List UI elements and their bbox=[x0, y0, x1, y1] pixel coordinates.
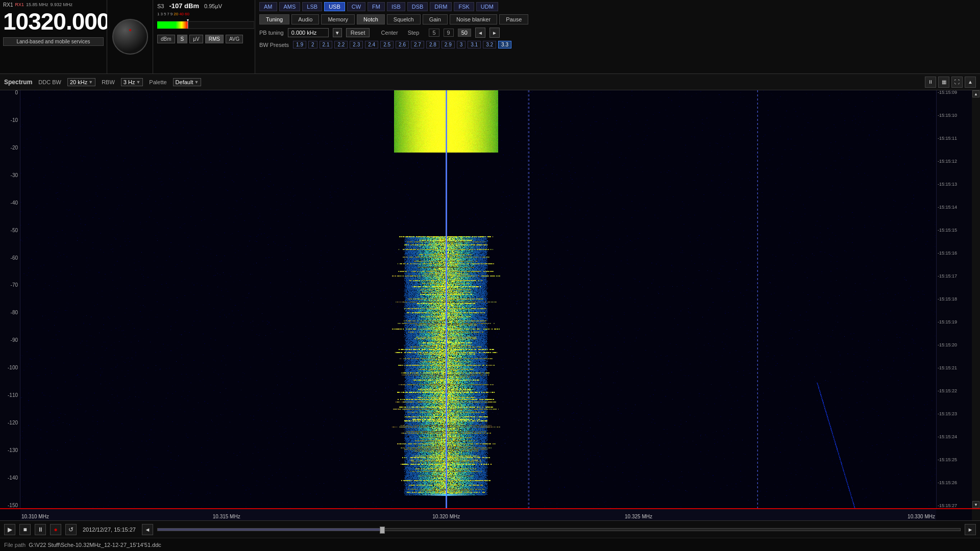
center-cursor-line bbox=[446, 90, 447, 508]
bw-3.1[interactable]: 3.1 bbox=[468, 41, 481, 48]
mode-usb[interactable]: USB bbox=[324, 2, 345, 11]
bw-2.2[interactable]: 2.2 bbox=[334, 41, 348, 48]
record-button[interactable]: ● bbox=[50, 524, 61, 535]
step-prev-arrow[interactable]: ◄ bbox=[475, 28, 485, 38]
bw-2.6[interactable]: 2.6 bbox=[396, 41, 409, 48]
freq-label-5: 10.330 MHz bbox=[908, 514, 935, 519]
playback-slider-thumb[interactable] bbox=[380, 527, 385, 534]
y-tick-70: -70 bbox=[0, 283, 20, 288]
mode-isb[interactable]: ISB bbox=[387, 2, 405, 11]
playback-end-button[interactable]: ► bbox=[965, 524, 976, 535]
stop-button[interactable]: ■ bbox=[19, 524, 31, 535]
y-tick-30: -30 bbox=[0, 173, 20, 178]
bw-1.9[interactable]: 1.9 bbox=[293, 41, 306, 48]
y-tick-20: -20 bbox=[0, 145, 20, 151]
mode-am[interactable]: AM bbox=[259, 2, 277, 11]
bw-3.2[interactable]: 3.2 bbox=[483, 41, 496, 48]
rms-button[interactable]: RMS bbox=[205, 35, 224, 43]
mode-fm[interactable]: FM bbox=[368, 2, 385, 11]
play-button[interactable]: ▶ bbox=[4, 524, 15, 535]
func-pause[interactable]: Pause bbox=[499, 14, 528, 24]
rbw-label: RBW bbox=[102, 79, 115, 85]
playback-slider[interactable] bbox=[157, 528, 961, 531]
step-next-arrow[interactable]: ► bbox=[489, 28, 500, 38]
mode-ams[interactable]: AMS bbox=[279, 2, 301, 11]
uv-button[interactable]: µV bbox=[189, 35, 203, 43]
step-5[interactable]: 5 bbox=[429, 29, 439, 37]
ts-14: -15:15:22 bbox=[938, 389, 971, 393]
y-tick-0: 0 bbox=[0, 90, 20, 95]
rx-freq-sub1: RX1 bbox=[15, 2, 24, 8]
y-tick-90: -90 bbox=[0, 338, 20, 343]
bw-2[interactable]: 2 bbox=[308, 41, 317, 48]
function-buttons: Tuning Audio Memory Notch Squelch Gain N… bbox=[259, 14, 976, 24]
pb-down-arrow[interactable]: ▼ bbox=[333, 28, 342, 37]
playback-slider-fill bbox=[158, 529, 382, 531]
meter-svg bbox=[157, 17, 254, 33]
ts-3: -15:15:11 bbox=[938, 136, 971, 141]
step-9[interactable]: 9 bbox=[444, 29, 454, 37]
s-button[interactable]: S bbox=[177, 35, 188, 43]
pause-button[interactable]: ⏸ bbox=[35, 524, 46, 535]
y-tick-50: -50 bbox=[0, 228, 20, 233]
v-scroll: ▲ ▼ bbox=[972, 90, 980, 508]
scroll-up-icon-btn[interactable]: ▲ bbox=[965, 77, 976, 88]
palette-dropdown[interactable]: Default ▼ bbox=[173, 78, 202, 86]
pb-tuning-input[interactable] bbox=[288, 28, 329, 37]
ddc-bw-dropdown[interactable]: 20 kHz ▼ bbox=[67, 78, 95, 86]
bw-2.5[interactable]: 2.5 bbox=[380, 41, 394, 48]
spectrum-label: Spectrum bbox=[4, 79, 32, 86]
mode-udm[interactable]: UDM bbox=[476, 2, 498, 11]
scroll-down-arrow[interactable]: ▼ bbox=[972, 501, 979, 508]
expand-icon-btn[interactable]: ⛶ bbox=[951, 77, 963, 88]
mode-dsb[interactable]: DSB bbox=[407, 2, 428, 11]
bw-2.3[interactable]: 2.3 bbox=[350, 41, 363, 48]
bw-2.9[interactable]: 2.9 bbox=[442, 41, 455, 48]
bw-3.3[interactable]: 3.3 bbox=[498, 41, 511, 48]
y-tick-40: -40 bbox=[0, 201, 20, 206]
ts-8: -15:15:16 bbox=[938, 251, 971, 256]
main-frequency: 10320.000kHz bbox=[3, 10, 104, 33]
uv-value: 0.95µV bbox=[204, 3, 222, 9]
waterfall-display[interactable] bbox=[20, 90, 936, 508]
center-label: Center bbox=[381, 30, 398, 36]
dbm-button[interactable]: dBm bbox=[157, 35, 175, 43]
func-squelch[interactable]: Squelch bbox=[387, 14, 421, 24]
bw-2.1[interactable]: 2.1 bbox=[320, 41, 333, 48]
ddc-bw-label: DDC BW bbox=[38, 79, 61, 85]
left-cursor-line bbox=[529, 90, 529, 508]
right-cursor-line1 bbox=[757, 90, 758, 508]
bw-3[interactable]: 3 bbox=[457, 41, 466, 48]
ts-17: -15:15:25 bbox=[938, 458, 971, 462]
ts-11: -15:15:19 bbox=[938, 320, 971, 324]
playback-direction-button[interactable]: ◄ bbox=[142, 524, 153, 535]
ts-15: -15:15:23 bbox=[938, 412, 971, 416]
func-noise-blanker[interactable]: Noise blanker bbox=[450, 14, 497, 24]
bw-2.4[interactable]: 2.4 bbox=[365, 41, 378, 48]
mode-drm[interactable]: DRM bbox=[430, 2, 452, 11]
avg-button[interactable]: AVG bbox=[226, 35, 243, 43]
mode-cw[interactable]: CW bbox=[347, 2, 365, 11]
scroll-up-arrow[interactable]: ▲ bbox=[972, 90, 979, 97]
waterfall-canvas bbox=[20, 90, 936, 508]
bw-2.7[interactable]: 2.7 bbox=[411, 41, 424, 48]
func-notch[interactable]: Notch bbox=[357, 14, 385, 24]
pause-icon-btn[interactable]: ⏸ bbox=[925, 77, 936, 88]
rbw-dropdown[interactable]: 3 Hz ▼ bbox=[121, 78, 143, 86]
func-memory[interactable]: Memory bbox=[321, 14, 355, 24]
ts-13: -15:15:21 bbox=[938, 366, 971, 370]
vfo-knob[interactable] bbox=[112, 19, 148, 55]
mode-lsb[interactable]: LSB bbox=[302, 2, 322, 11]
func-audio[interactable]: Audio bbox=[291, 14, 319, 24]
mode-fsk[interactable]: FSK bbox=[454, 2, 474, 11]
rewind-button[interactable]: ↺ bbox=[65, 524, 77, 535]
func-gain[interactable]: Gain bbox=[423, 14, 448, 24]
pb-reset-button[interactable]: Reset bbox=[346, 28, 370, 37]
mode-buttons: AM AMS LSB USB CW FM ISB DSB DRM FSK UDM bbox=[259, 2, 976, 11]
y-tick-60: -60 bbox=[0, 256, 20, 261]
grid-icon-btn[interactable]: ▦ bbox=[938, 77, 949, 88]
func-tuning[interactable]: Tuning bbox=[259, 14, 289, 24]
bw-2.8[interactable]: 2.8 bbox=[426, 41, 439, 48]
timestamps: -15:15:09 -15:15:10 -15:15:11 -15:15:12 … bbox=[936, 90, 972, 508]
step-50[interactable]: 50 bbox=[458, 29, 471, 37]
